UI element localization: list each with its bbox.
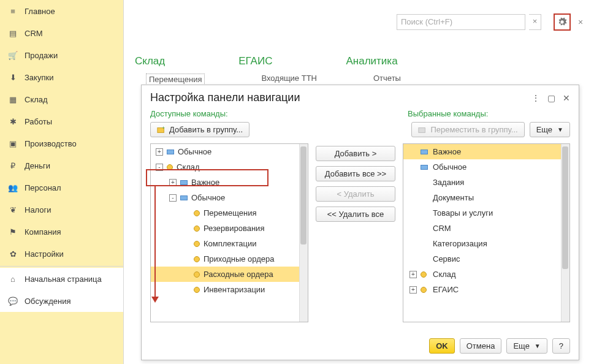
sidebar-item-main[interactable]: ≡Главное: [0, 0, 123, 22]
bullet-yellow-icon: [421, 271, 427, 278]
tree-item[interactable]: Комплектации: [151, 236, 308, 251]
close-icon[interactable]: ✕: [563, 93, 570, 103]
sidebar-home[interactable]: ⌂Начальная страница: [0, 268, 123, 290]
maximize-icon[interactable]: ▢: [547, 93, 555, 103]
bullet-yellow-icon: [421, 287, 427, 293]
header-egais[interactable]: ЕГАИС: [238, 55, 272, 67]
tree-item[interactable]: +Обычное: [151, 144, 308, 159]
menu-icon: ≡: [7, 6, 18, 17]
label: Обсуждения: [25, 297, 71, 306]
list-item[interactable]: CRM: [403, 221, 569, 236]
list-item[interactable]: Важное: [403, 144, 569, 159]
tree-item[interactable]: Инвентаризации: [151, 282, 308, 297]
folder-blue-icon: [167, 150, 174, 154]
list-item[interactable]: Категоризация: [403, 236, 569, 251]
sidebar-item-crm[interactable]: ▤CRM: [0, 22, 123, 44]
sub-reports[interactable]: Отчеты: [373, 74, 401, 85]
list-item-label: Важное: [433, 147, 461, 156]
sidebar-item-settings[interactable]: ✿Настройки: [0, 243, 123, 265]
list-item-label: Задания: [433, 178, 464, 187]
remove-all-button[interactable]: << Удалить все: [316, 207, 395, 222]
inbox-icon: ⬇: [7, 72, 18, 83]
add-all-button[interactable]: Добавить все >>: [316, 166, 395, 181]
list-item[interactable]: Документы: [403, 190, 569, 205]
sidebar-item-warehouse[interactable]: ▦Склад: [0, 88, 123, 110]
sidebar-item-money[interactable]: ₽Деньги: [0, 154, 123, 176]
sub-movements[interactable]: Перемещения: [146, 74, 205, 85]
more-menu-icon[interactable]: ⋮: [531, 93, 540, 103]
bullet-yellow-icon: [194, 226, 200, 232]
scrollbar[interactable]: [561, 144, 569, 322]
more-button-footer[interactable]: Еще▼: [506, 338, 547, 354]
add-button[interactable]: Добавить >: [316, 146, 395, 161]
tree-item[interactable]: Расходные ордера: [151, 267, 308, 282]
move-to-group-button[interactable]: Переместить в группу...: [411, 122, 524, 137]
list-item-label: Товары и услуги: [433, 208, 493, 218]
scrollbar[interactable]: [299, 144, 308, 322]
sidebar: ≡Главное ▤CRM 🛒Продажи ⬇Закупки ▦Склад ✱…: [0, 0, 124, 364]
sidebar-item-purchases[interactable]: ⬇Закупки: [0, 66, 123, 88]
expander-icon[interactable]: +: [169, 179, 177, 186]
folder-plus-icon: +: [157, 126, 166, 134]
bullet-yellow-icon: [194, 287, 200, 293]
divider: [0, 266, 123, 267]
svg-text:+: +: [162, 126, 165, 130]
search-input[interactable]: Поиск (Ctrl+F): [397, 14, 525, 30]
selected-list[interactable]: ВажноеОбычноеЗаданияДокументыТовары и ус…: [403, 143, 570, 322]
home-icon: ⌂: [7, 273, 18, 284]
sidebar-item-personnel[interactable]: 👥Персонал: [0, 176, 123, 199]
ok-button[interactable]: OK: [429, 338, 455, 354]
tree-item-label: Перемещения: [204, 208, 256, 218]
tree-item[interactable]: +Важное: [151, 175, 308, 190]
factory-icon: ▣: [7, 138, 18, 149]
bullet-yellow-icon: [194, 256, 200, 262]
sidebar-item-works[interactable]: ✱Работы: [0, 110, 123, 132]
transfer-buttons: Добавить > Добавить все >> < Удалить << …: [316, 143, 395, 322]
tree-item-label: Расходные ордера: [204, 270, 273, 279]
tree-item[interactable]: Приходные ордера: [151, 251, 308, 267]
tree-item[interactable]: Перемещения: [151, 205, 308, 221]
sidebar-item-sales[interactable]: 🛒Продажи: [0, 44, 123, 66]
header-warehouse[interactable]: Склад: [135, 55, 165, 67]
card-icon: ▤: [7, 28, 18, 39]
expander-icon[interactable]: -: [169, 194, 177, 202]
available-tree[interactable]: +Обычное-Склад+Важное-ОбычноеПеремещения…: [150, 143, 308, 322]
dialog-title: Настройка панели навигации: [150, 91, 300, 104]
tree-item[interactable]: -Склад: [151, 159, 308, 175]
list-item[interactable]: +ЕГАИС: [403, 282, 569, 297]
tree-item[interactable]: Резервирования: [151, 221, 308, 236]
label: Работы: [25, 117, 52, 126]
expander-icon[interactable]: +: [409, 286, 417, 294]
expander-icon[interactable]: +: [409, 271, 417, 278]
list-item[interactable]: Задания: [403, 175, 569, 190]
sidebar-discuss[interactable]: 💬Обсуждения: [0, 290, 123, 312]
settings-gear-button[interactable]: [554, 13, 571, 31]
help-button[interactable]: ?: [552, 338, 570, 354]
header-analytics[interactable]: Аналитика: [346, 55, 397, 67]
list-item[interactable]: Сервис: [403, 251, 569, 267]
tree-item[interactable]: -Обычное: [151, 190, 308, 205]
list-item[interactable]: Обычное: [403, 159, 569, 175]
label: Производство: [25, 139, 77, 148]
expander-icon[interactable]: +: [156, 148, 163, 156]
list-item[interactable]: Товары и услуги: [403, 205, 569, 221]
grid-icon: ▦: [7, 94, 18, 105]
cancel-button[interactable]: Отмена: [460, 338, 502, 354]
tree-item-label: Обычное: [178, 147, 211, 156]
remove-button[interactable]: < Удалить: [316, 186, 395, 202]
expander-icon[interactable]: -: [156, 164, 163, 171]
bullet-yellow-icon: [167, 164, 173, 170]
sidebar-item-production[interactable]: ▣Производство: [0, 132, 123, 154]
tree-item-label: Обычное: [191, 193, 225, 202]
clear-search-button[interactable]: ×: [529, 14, 541, 30]
list-item[interactable]: +Склад: [403, 267, 569, 282]
sidebar-item-taxes[interactable]: ❦Налоги: [0, 199, 123, 221]
available-commands-label: Доступные команды:: [150, 109, 408, 118]
close-button[interactable]: ×: [574, 17, 587, 27]
label: Начальная страница: [25, 275, 102, 284]
more-button-top[interactable]: Еще▼: [530, 122, 570, 137]
sub-incoming-ttn[interactable]: Входящие ТТН: [261, 74, 317, 85]
add-to-group-button[interactable]: + Добавить в группу...: [150, 122, 249, 137]
selected-commands-label: Выбранные команды:: [408, 109, 570, 118]
sidebar-item-company[interactable]: ⚑Компания: [0, 221, 123, 243]
